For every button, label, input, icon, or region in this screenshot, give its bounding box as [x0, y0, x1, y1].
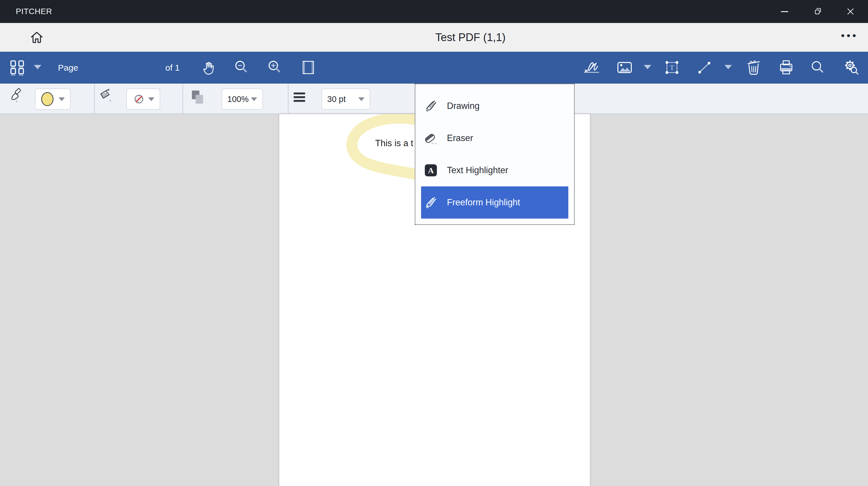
dropdown-caret-icon — [59, 97, 65, 101]
main-toolbar: Page of 1 — [0, 52, 868, 84]
print-button[interactable] — [778, 59, 794, 76]
image-tool-button[interactable] — [617, 59, 632, 76]
trash-icon — [745, 59, 762, 76]
document-title: Test PDF (1,1) — [435, 23, 506, 52]
fill-color-picker[interactable] — [126, 88, 160, 110]
line-tool-icon — [696, 59, 713, 76]
more-icon: ••• — [841, 30, 858, 41]
line-caret-button[interactable] — [724, 65, 732, 69]
menu-item-text-highlighter[interactable]: A Text Highlighter — [415, 154, 574, 187]
zoom-out-icon — [234, 59, 250, 76]
home-button[interactable] — [28, 29, 45, 46]
divider — [183, 84, 183, 113]
menu-item-eraser[interactable]: Eraser — [415, 122, 574, 154]
thickness-dropdown[interactable]: 30 pt — [321, 88, 370, 110]
thumbnail-grid-button[interactable] — [7, 57, 28, 79]
dropdown-caret-icon — [724, 65, 732, 69]
minimize-button[interactable] — [771, 0, 798, 23]
settings-icon — [843, 59, 860, 76]
highlighter-tool-menu: Drawing Eraser A Text — [415, 84, 575, 225]
restore-icon — [814, 7, 822, 16]
menu-item-label: Freeform Highlight — [447, 197, 520, 208]
titlebar: PITCHER — [0, 0, 868, 23]
line-tool-button[interactable] — [696, 59, 713, 76]
home-icon — [29, 30, 44, 45]
dropdown-caret-icon — [148, 97, 154, 101]
grid-view-caret-button[interactable] — [34, 65, 41, 69]
page-label: Page — [58, 52, 78, 84]
header-bar: Test PDF (1,1) — [0, 23, 868, 52]
thickness-value: 30 pt — [327, 94, 346, 104]
text-highlighter-icon: A — [423, 163, 438, 178]
pan-hand-icon — [201, 59, 217, 76]
signature-icon — [583, 59, 600, 77]
opacity-value: 100% — [227, 94, 249, 104]
signature-tool-button[interactable] — [583, 59, 600, 77]
svg-text:T: T — [670, 63, 674, 72]
stroke-color-swatch — [41, 92, 54, 107]
pan-tool-button[interactable] — [200, 59, 217, 76]
menu-item-label: Drawing — [447, 101, 479, 111]
page-total-label: of 1 — [165, 52, 180, 84]
opacity-icon — [190, 89, 205, 106]
zoom-out-button[interactable] — [234, 59, 250, 76]
divider — [94, 84, 95, 113]
minimize-icon — [781, 11, 788, 12]
dropdown-caret-icon — [644, 65, 651, 69]
restore-button[interactable] — [805, 0, 831, 23]
menu-item-label: Text Highlighter — [447, 165, 508, 175]
fill-none-swatch — [132, 92, 146, 106]
fill-bucket-icon — [98, 88, 114, 104]
drawing-icon — [423, 98, 438, 113]
text-box-tool-button[interactable]: T — [664, 59, 680, 76]
dropdown-caret-icon — [34, 65, 41, 69]
menu-item-drawing[interactable]: Drawing — [415, 90, 574, 122]
search-icon — [810, 59, 826, 76]
search-button[interactable] — [810, 59, 826, 76]
app-window: PITCHER Test PDF (1,1) ••• — [0, 0, 868, 486]
more-options-button[interactable]: ••• — [832, 23, 867, 52]
image-caret-button[interactable] — [644, 65, 651, 69]
stroke-color-picker[interactable] — [35, 88, 71, 110]
close-button[interactable] — [837, 0, 864, 23]
grid-view-icon — [9, 59, 26, 76]
menu-item-freeform-highlight[interactable]: Freeform Highlight — [421, 187, 568, 219]
eraser-icon — [423, 131, 438, 146]
delete-button[interactable] — [745, 59, 762, 76]
settings-button[interactable] — [843, 59, 860, 76]
text-box-icon: T — [664, 59, 680, 76]
print-icon — [778, 59, 794, 76]
menu-item-label: Eraser — [447, 133, 473, 143]
freeform-highlight-icon — [423, 195, 438, 210]
line-thickness-icon — [293, 92, 306, 103]
zoom-in-icon — [267, 59, 283, 76]
opacity-dropdown[interactable]: 100% — [222, 88, 263, 110]
page-text: This is a t — [375, 138, 413, 148]
image-icon — [617, 59, 632, 76]
fit-page-button[interactable] — [300, 59, 317, 76]
dropdown-caret-icon — [251, 97, 257, 101]
svg-text:A: A — [428, 166, 434, 175]
close-icon — [847, 8, 854, 15]
divider — [288, 84, 288, 113]
zoom-in-button[interactable] — [267, 59, 283, 76]
fit-page-icon — [301, 60, 316, 75]
stroke-color-brush-icon — [8, 88, 25, 104]
app-name: PITCHER — [16, 0, 52, 23]
dropdown-caret-icon — [358, 97, 365, 101]
